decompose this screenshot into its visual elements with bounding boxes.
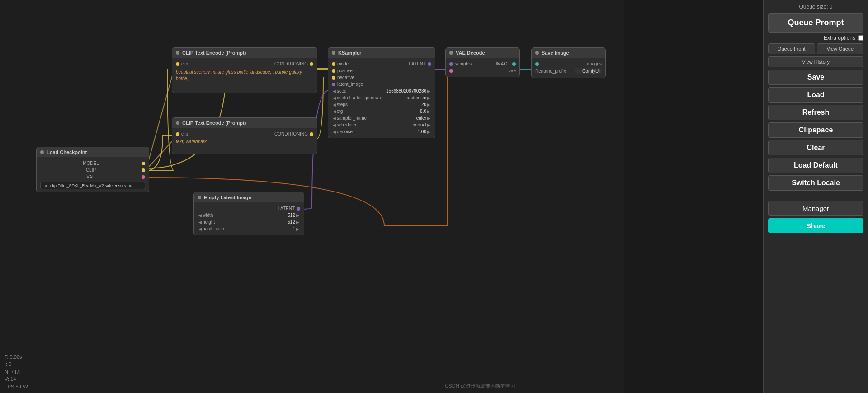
empty-latent-out-port [297,207,300,211]
sampler-next-btn[interactable]: ▶ [426,116,431,121]
save-filename-row: filename_prefix ComfyUI [535,67,602,75]
prompt-text-1[interactable]: beautiful scenery nature glass bottle la… [176,67,313,90]
filename-label: filename_prefix [535,69,575,74]
vae-out-label: VAE [86,174,95,179]
clipspace-button[interactable]: Clipspace [768,122,863,138]
seed-prev-btn[interactable]: ◀ [332,89,337,94]
clip-in-port-1 [176,62,179,66]
ksampler-latent-out [428,62,431,66]
manager-button[interactable]: Manager [768,201,863,216]
denoise-prev-btn[interactable]: ◀ [332,130,337,134]
vae-vae-label: vae [509,68,516,73]
sampler-prev-btn[interactable]: ◀ [332,116,337,121]
batch-next-btn[interactable]: ▶ [295,227,300,231]
filename-value[interactable]: ComfyUI [575,68,602,74]
vae-image-out-label: IMAGE [496,61,510,66]
load-checkpoint-body: MODEL CLIP VAE ◀ ckptFilter_SDXL_RealMix… [37,157,149,192]
save-image-title: Save Image [542,50,569,56]
clip-in-row-2: clip CONDITIONING [176,131,313,137]
save-image-node: Save Image images filename_prefix ComfyU… [531,47,606,78]
clip-in-row-1: clip CONDITIONING [176,61,313,67]
load-checkpoint-node: Load Checkpoint MODEL CLIP VAE ◀ c [36,147,149,192]
model-selector-row[interactable]: ◀ ckptFilter_SDXL_RealMix_V2.safetensors… [40,182,145,189]
denoise-next-btn[interactable]: ▶ [426,130,431,134]
height-prev-btn[interactable]: ◀ [198,220,203,225]
save-image-header: Save Image [532,48,605,58]
vae-vae-row: vae [449,67,516,74]
scheduler-prev-btn[interactable]: ◀ [332,123,337,127]
height-value: 512 [268,220,295,225]
negative-text[interactable]: text, watermark [176,137,313,151]
view-history-button[interactable]: View History [768,56,863,67]
control-label: control_after_generate [337,95,399,100]
height-next-btn[interactable]: ▶ [295,220,300,225]
load-button[interactable]: Load [768,87,863,103]
batch-label: batch_size [203,226,268,231]
ksampler-model-label: model [337,61,409,66]
ksampler-positive-in [332,69,335,73]
batch-prev-btn[interactable]: ◀ [198,227,203,231]
switch-locale-button[interactable]: Switch Locale [768,175,863,191]
share-button[interactable]: Share [768,218,863,233]
load-default-button[interactable]: Load Default [768,158,863,173]
status-i: I: 0 [5,360,28,368]
ksampler-latent-out-label: LATENT [409,61,426,66]
clip-in-port-2 [176,132,179,136]
clear-button[interactable]: Clear [768,140,863,155]
steps-value: 20 [399,102,426,107]
sampler-value: euler [399,116,426,121]
ksampler-scheduler-row: ◀ scheduler normal ▶ [332,122,431,128]
seed-value: 1566880208700286 [386,89,426,94]
empty-latent-out-row: LATENT [198,205,300,212]
ksampler-negative-row: negative [332,74,431,81]
ksampler-title: KSampler [338,50,361,56]
clip-text-encode-1-body: clip CONDITIONING beautiful scenery natu… [172,58,317,93]
steps-prev-btn[interactable]: ◀ [332,103,337,107]
clip-text-encode-2-header: CLIP Text Encode (Prompt) [172,118,317,128]
vae-decode-dot [449,51,453,55]
extra-options-checkbox[interactable] [858,35,863,41]
denoise-value: 1.00 [399,129,426,134]
ksampler-control-row: ◀ control_after_generate randomize ▶ [332,94,431,101]
cfg-next-btn[interactable]: ▶ [426,109,431,114]
model-selector[interactable]: ◀ ckptFilter_SDXL_RealMix_V2.safetensors… [40,182,145,189]
seed-next-btn[interactable]: ▶ [426,89,431,94]
vae-samples-row: samples IMAGE [449,61,516,67]
empty-latent-out-label: LATENT [278,206,295,211]
save-images-in [535,62,539,66]
node-status-dot [40,150,44,154]
cfg-value: 8.0 [399,109,426,114]
conditioning-out-port-1 [310,62,313,66]
model-next-btn[interactable]: ▶ [128,183,133,188]
ksampler-positive-row: positive [332,67,431,74]
model-prev-btn[interactable]: ◀ [43,183,48,188]
clip-text-encode-1-title: CLIP Text Encode (Prompt) [182,50,246,56]
queue-size: Queue size: 0 [799,4,832,10]
ksampler-latent-label: latent_image [337,82,431,87]
control-prev-btn[interactable]: ◀ [332,96,337,100]
view-queue-button[interactable]: View Queue [817,43,864,54]
queue-front-button[interactable]: Queue Front [768,43,815,54]
control-next-btn[interactable]: ▶ [426,96,431,100]
extra-options-label: Extra options [824,35,855,41]
ksampler-steps-row: ◀ steps 20 ▶ [332,101,431,108]
load-checkpoint-title: Load Checkpoint [47,150,87,155]
ksampler-node: KSampler model LATENT positive negative … [328,47,435,138]
steps-next-btn[interactable]: ▶ [426,103,431,107]
width-prev-btn[interactable]: ◀ [198,213,203,218]
width-value: 512 [268,213,295,218]
clip-text-encode-2-body: clip CONDITIONING text, watermark [172,128,317,154]
clip-text-encode-1-node: CLIP Text Encode (Prompt) clip CONDITION… [172,47,317,93]
clip-out-label: CLIP [86,168,96,173]
extra-options-row: Extra options [768,35,863,41]
width-next-btn[interactable]: ▶ [295,213,300,218]
scheduler-next-btn[interactable]: ▶ [426,123,431,127]
queue-prompt-button[interactable]: Queue Prompt [768,13,863,33]
refresh-button[interactable]: Refresh [768,105,863,120]
conditioning-out-label-1: CONDITIONING [274,61,308,66]
clip-port [142,168,145,172]
empty-latent-body: LATENT ◀ width 512 ▶ ◀ height 512 ▶ ◀ ba… [194,202,304,235]
ksampler-negative-label: negative [337,75,431,80]
save-button[interactable]: Save [768,70,863,85]
cfg-prev-btn[interactable]: ◀ [332,109,337,114]
